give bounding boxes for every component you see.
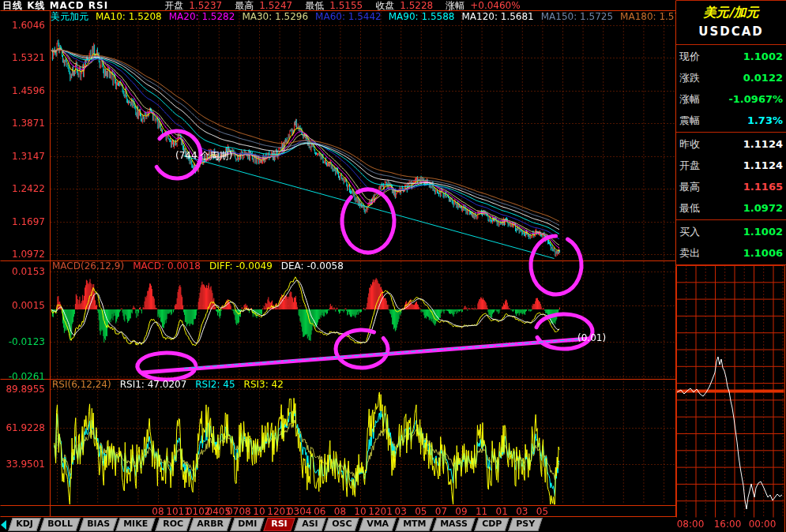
tab-label: ROC — [163, 519, 183, 530]
tab-dmi[interactable]: DMI — [231, 518, 265, 531]
ma-item: MA20: 1.5282 — [169, 11, 235, 23]
y-axis-label: 1.2422 — [0, 183, 45, 194]
tab-osc[interactable]: OSC — [325, 518, 360, 531]
daily-quote-fields: 开盘1.5237最高1.5247最低1.5155收盘1.5228涨幅+0.046… — [152, 1, 520, 11]
ma-item: MA10: 1.5208 — [96, 11, 162, 23]
tab-rsi[interactable]: RSI — [264, 518, 295, 531]
x-axis-label: 1201 — [368, 506, 393, 517]
quote-row-label: 涨跌 — [679, 71, 700, 85]
y-axis-label: 1.4596 — [0, 85, 45, 96]
ma-item: MA150: 1.5725 — [541, 11, 613, 23]
macd-panel-header: MACD(26,12,9)MACD: 0.0018DIFF: -0.0049DE… — [52, 261, 352, 272]
y-axis-label: 1.5321 — [0, 52, 45, 63]
indicator-header-part: MACD(26,12,9) — [52, 260, 124, 272]
tab-psy[interactable]: PSY — [509, 518, 543, 531]
top-status-bar: 日线 K线 MACD RSI 开盘1.5237最高1.5247最低1.5155收… — [0, 0, 675, 11]
scroll-left-arrow-icon[interactable] — [1, 520, 6, 530]
x-axis-label: 01 — [496, 506, 508, 517]
tab-bias[interactable]: BIAS — [79, 518, 117, 531]
quote-row-label: 最高 — [679, 180, 700, 194]
quote-row-label: 涨幅 — [679, 92, 700, 107]
y-axis-label: 0.0153 — [0, 266, 45, 277]
quote-row: 最低1.0972 — [676, 197, 786, 219]
y-axis-label: 61.9228 — [0, 422, 45, 433]
symbol-label: 美元加元 — [51, 11, 88, 23]
tab-label: MIKE — [124, 519, 149, 530]
ma-item: MA90: 1.5588 — [389, 11, 455, 23]
indicator-header-part: DIFF: -0.0049 — [209, 260, 273, 272]
quote-group: 昨收1.1124开盘1.1124最高1.1165最低1.0972 — [676, 132, 786, 219]
tab-label: PSY — [516, 519, 535, 530]
trading-app-window: 日线 K线 MACD RSI 开盘1.5237最高1.5247最低1.5155收… — [0, 0, 786, 532]
quote-field-value: 1.5237 — [189, 1, 222, 11]
tab-arbr[interactable]: ARBR — [190, 518, 231, 531]
quote-row: 最高1.1165 — [676, 176, 786, 197]
quote-row-value: 1.1165 — [743, 181, 783, 193]
quote-field-label: 最高 — [235, 1, 254, 11]
tab-label: MASS — [440, 519, 468, 530]
quote-row-value: 1.1124 — [743, 159, 783, 171]
instrument-name: 美元/加元 — [676, 1, 786, 22]
x-axis-label: 03 — [395, 506, 407, 517]
y-axis-label: 89.8955 — [0, 384, 45, 395]
quote-row-value: 1.1002 — [743, 226, 783, 238]
x-axis-label: 0304 — [288, 506, 312, 517]
chart-mode-title: 日线 K线 MACD RSI — [2, 1, 108, 11]
indicator-header-part: RSI1: 47.0207 — [120, 379, 187, 390]
tab-vma[interactable]: VMA — [359, 518, 397, 531]
quote-field-label: 开盘 — [164, 1, 183, 11]
quote-row-value: 1.73% — [747, 114, 783, 126]
quote-row: 现价1.1002 — [676, 46, 786, 67]
x-axis-label: 03 — [516, 506, 528, 517]
x-axis-label: 05 — [536, 506, 548, 517]
tab-mike[interactable]: MIKE — [116, 518, 156, 531]
period-count-label: (744 个周期) — [175, 149, 232, 163]
quote-row-label: 现价 — [679, 50, 700, 64]
tab-label: ASI — [302, 519, 318, 530]
time-axis-label: 00:00 — [749, 519, 777, 530]
tab-label: CDP — [482, 519, 502, 530]
x-axis-label: 09 — [455, 506, 467, 517]
x-axis-label: 06 — [314, 506, 325, 517]
quote-row-value: 1.1124 — [743, 138, 783, 150]
quote-row: 涨跌0.0122 — [676, 67, 786, 88]
tab-asi[interactable]: ASI — [294, 518, 325, 531]
tab-mtm[interactable]: MTM — [395, 518, 434, 531]
tab-roc[interactable]: ROC — [155, 518, 190, 531]
time-axis-label: 16:00 — [714, 519, 742, 530]
x-axis-label: 07 — [435, 506, 447, 517]
y-axis-label: 1.3871 — [0, 118, 45, 129]
x-axis-label: 08 — [152, 506, 164, 517]
indicator-header-part: RSI3: 42 — [244, 379, 284, 390]
tab-kdj[interactable]: KDJ — [8, 518, 40, 531]
quote-row: 昨收1.1124 — [676, 133, 786, 155]
x-axis-label: 08 — [334, 506, 346, 517]
tab-mass[interactable]: MASS — [432, 518, 475, 531]
quote-row-label: 震幅 — [679, 114, 700, 128]
indicator-header-part: DEA: -0.0058 — [281, 260, 344, 272]
tab-label: KDJ — [16, 519, 33, 530]
quote-group: 买入1.1002卖出1.1006 — [676, 219, 786, 265]
tab-label: DMI — [238, 519, 257, 530]
quote-row-value: 1.1002 — [743, 51, 783, 62]
tab-cdp[interactable]: CDP — [474, 518, 510, 531]
ma-item: MA60: 1.5442 — [315, 11, 382, 23]
ma-item: MA120: 1.5681 — [461, 11, 533, 23]
y-axis-label: 1.6046 — [0, 20, 45, 31]
tab-label: OSC — [333, 519, 352, 530]
ma-indicator-bar: 美元加元 MA10: 1.5208MA20: 1.5282MA30: 1.529… — [51, 11, 699, 23]
y-axis-label: 1.3147 — [0, 151, 45, 162]
quote-row: 买入1.1002 — [676, 221, 786, 242]
ma-values: MA10: 1.5208MA20: 1.5282MA30: 1.5296MA60… — [96, 11, 699, 23]
quote-row-value: 0.0122 — [743, 72, 783, 84]
quote-row-label: 开盘 — [679, 159, 700, 173]
x-axis-label: 05 — [415, 506, 427, 517]
quote-rows: 现价1.1002涨跌0.0122涨幅-1.0967%震幅1.73%昨收1.112… — [676, 44, 786, 265]
x-axis-label: 10 — [354, 506, 366, 517]
quote-field-label: 涨幅 — [446, 1, 464, 11]
tab-boll[interactable]: BOLL — [39, 518, 80, 531]
quote-panel: 美元/加元 USDCAD 现价1.1002涨跌0.0122涨幅-1.0967%震… — [676, 0, 786, 265]
quote-row-label: 买入 — [679, 225, 700, 239]
tab-label: RSI — [272, 519, 288, 530]
y-axis-label: 1.0972 — [0, 249, 45, 260]
